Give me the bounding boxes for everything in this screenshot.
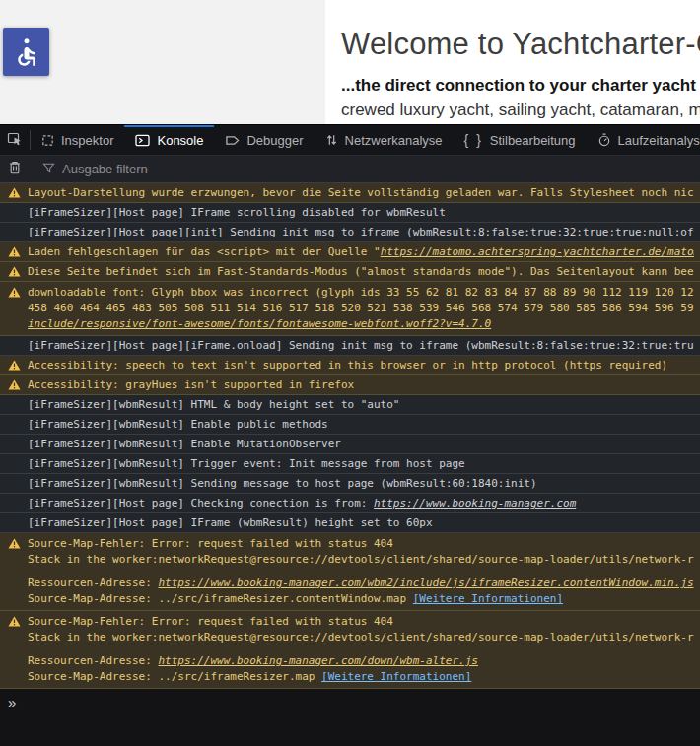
warning-icon bbox=[8, 538, 21, 549]
console-message-line: [iFrameSizer][wbmResult] Enable public m… bbox=[28, 415, 694, 434]
console-message-line: [iFrameSizer][Host page] IFrame scrollin… bbox=[28, 203, 694, 222]
tab-label: Debugger bbox=[246, 133, 303, 148]
warning-icon bbox=[8, 379, 21, 390]
console-message-line bbox=[28, 568, 694, 576]
console-message-line: [iFrameSizer][wbmResult] HTML & body hei… bbox=[28, 395, 694, 414]
console-text: Layout-Darstellung wurde erzwungen, bevo… bbox=[28, 186, 694, 199]
console-message-line: include/responsive/font-awesome/fonts/fo… bbox=[28, 316, 694, 332]
console-link[interactable]: https://matomo.achterspring-yachtcharter… bbox=[381, 245, 694, 258]
console-message: [iFrameSizer][wbmResult] Sending message… bbox=[0, 474, 700, 494]
tab-label: Stilbearbeitung bbox=[490, 133, 576, 148]
tab-inspektor[interactable]: Inspektor bbox=[31, 125, 124, 155]
tab-label: Inspektor bbox=[61, 133, 113, 148]
console-message-line: Laden fehlgeschlagen für das <script> mi… bbox=[28, 242, 694, 261]
console-text: Source-Map-Adresse: ../src/iframeResizer… bbox=[28, 670, 321, 683]
console-message-line: Diese Seite befindet sich im Fast-Standa… bbox=[28, 262, 694, 281]
console-message-line: [iFrameSizer][Host page][iFrame.onload] … bbox=[28, 336, 694, 355]
console-link[interactable]: https://www.booking-manager.com/down/wbm… bbox=[158, 654, 478, 667]
console-text: Source-Map-Fehler: Error: request failed… bbox=[28, 615, 393, 628]
console-text: [iFrameSizer][Host page] IFrame (wbmResu… bbox=[28, 516, 433, 529]
clear-console-button[interactable] bbox=[0, 161, 30, 177]
console-icon bbox=[135, 134, 150, 147]
debugger-icon bbox=[225, 134, 240, 147]
console-message: Source-Map-Fehler: Error: request failed… bbox=[0, 533, 700, 611]
console-message-line: Source-Map-Adresse: ../src/iframeResizer… bbox=[28, 669, 694, 685]
console-text: [iFrameSizer][wbmResult] HTML & body hei… bbox=[28, 398, 400, 411]
filter-icon bbox=[42, 162, 55, 177]
console-message-line: [iFrameSizer][Host page] Checking conect… bbox=[28, 494, 694, 512]
warning-icon bbox=[8, 616, 21, 627]
console-message: [iFrameSizer][Host page] IFrame scrollin… bbox=[0, 203, 700, 223]
tab-debugger[interactable]: Debugger bbox=[214, 125, 314, 155]
console-message-line bbox=[28, 645, 694, 653]
element-picker-button[interactable] bbox=[0, 125, 30, 155]
console-message-line: Stack in the worker:networkRequest@resou… bbox=[28, 552, 694, 568]
console-text: Source-Map-Adresse: ../src/iframeResizer… bbox=[28, 592, 413, 605]
console-message: Accessibility: grayHues isn't supported … bbox=[0, 375, 700, 395]
tab-netzwerkanalyse[interactable]: Netzwerkanalyse bbox=[315, 125, 454, 155]
console-message-line: Ressourcen-Adresse: https://www.booking-… bbox=[28, 576, 694, 591]
console-message: [iFrameSizer][Host page][iFrame.onload] … bbox=[0, 336, 700, 356]
console-message: Source-Map-Fehler: Error: request failed… bbox=[0, 611, 700, 689]
devtools-panel: InspektorKonsoleDebuggerNetzwerkanalyse{… bbox=[0, 124, 700, 746]
console-message: Laden fehlgeschlagen für das <script> mi… bbox=[0, 242, 700, 262]
console-link[interactable]: https://www.booking-manager.com bbox=[374, 497, 576, 509]
console-text: Accessibility: grayHues isn't supported … bbox=[28, 378, 354, 391]
console-message-line: Ressourcen-Adresse: https://www.booking-… bbox=[28, 653, 694, 669]
console-message-line: [iFrameSizer][wbmResult] Trigger event: … bbox=[28, 454, 694, 473]
console-message-line: 458 460 464 465 483 505 508 511 514 516 … bbox=[28, 301, 694, 316]
console-prompt-icon: » bbox=[8, 694, 16, 711]
console-toolbar: Ausgabe filtern bbox=[0, 155, 700, 183]
console-message: downloadable font: Glyph bbox was incorr… bbox=[0, 282, 700, 336]
devtools-tabs: InspektorKonsoleDebuggerNetzwerkanalyse{… bbox=[31, 125, 700, 155]
filter-input[interactable]: Ausgabe filtern bbox=[31, 162, 700, 177]
console-text: Stack in the worker:networkRequest@resou… bbox=[28, 631, 694, 644]
console-text: Ressourcen-Adresse: bbox=[28, 576, 158, 589]
console-message: [iFrameSizer][Host page] Checking conect… bbox=[0, 494, 700, 513]
filter-placeholder: Ausgabe filtern bbox=[62, 162, 148, 176]
console-message: [iFrameSizer][wbmResult] HTML & body hei… bbox=[0, 395, 700, 415]
console-message-line: Stack in the worker:networkRequest@resou… bbox=[28, 630, 694, 645]
console-message-line: [iFrameSizer][wbmResult] Sending message… bbox=[28, 474, 694, 493]
console-text: [iFrameSizer][wbmResult] Trigger event: … bbox=[28, 457, 465, 470]
tab-konsole[interactable]: Konsole bbox=[124, 125, 214, 155]
console-text: [iFrameSizer][Host page][init] Sending i… bbox=[28, 226, 694, 238]
console-message: [iFrameSizer][wbmResult] Enable Mutation… bbox=[0, 435, 700, 454]
console-text: Laden fehlgeschlagen für das <script> mi… bbox=[28, 245, 381, 258]
tab-label: Konsole bbox=[157, 133, 203, 148]
console-link[interactable]: include/responsive/font-awesome/fonts/fo… bbox=[28, 317, 491, 330]
console-text: [iFrameSizer][wbmResult] Enable Mutation… bbox=[28, 438, 341, 450]
accessibility-widget-button[interactable] bbox=[3, 28, 49, 76]
warning-icon bbox=[8, 246, 21, 257]
network-icon bbox=[325, 133, 338, 147]
console-message: Layout-Darstellung wurde erzwungen, bevo… bbox=[0, 183, 700, 203]
console-message-line: Source-Map-Fehler: Error: request failed… bbox=[28, 536, 694, 552]
console-message-line: downloadable font: Glyph bbox was incorr… bbox=[28, 285, 694, 301]
console-text: Accessibility: speech to text isn't supp… bbox=[28, 359, 667, 372]
console-message-line: Source-Map-Adresse: ../src/iframeResizer… bbox=[28, 591, 694, 607]
console-text: downloadable font: Glyph bbox was incorr… bbox=[28, 286, 694, 299]
console-message: Diese Seite befindet sich im Fast-Standa… bbox=[0, 262, 700, 282]
warning-icon bbox=[8, 287, 21, 298]
console-link[interactable]: https://www.booking-manager.com/wbm2/inc… bbox=[158, 576, 693, 589]
console-message: [iFrameSizer][Host page] IFrame (wbmResu… bbox=[0, 513, 700, 533]
console-input[interactable]: » bbox=[0, 689, 700, 711]
console-text: Source-Map-Fehler: Error: request failed… bbox=[28, 537, 393, 550]
console-message: [iFrameSizer][Host page][init] Sending i… bbox=[0, 223, 700, 242]
console-message: Accessibility: speech to text isn't supp… bbox=[0, 356, 700, 375]
console-message: [iFrameSizer][wbmResult] Trigger event: … bbox=[0, 454, 700, 474]
page-title: Welcome to Yachtcharter-Con bbox=[341, 27, 700, 62]
console-message-line: Accessibility: grayHues isn't supported … bbox=[28, 375, 694, 394]
wheelchair-icon bbox=[12, 37, 41, 67]
devtools-tabbar: InspektorKonsoleDebuggerNetzwerkanalyse{… bbox=[0, 125, 700, 155]
console-text: [iFrameSizer][Host page] IFrame scrollin… bbox=[28, 206, 446, 219]
console-text: Diese Seite befindet sich im Fast-Standa… bbox=[28, 265, 694, 278]
learn-more-link[interactable]: [Weitere Informationen] bbox=[413, 592, 563, 605]
style-icon: { } bbox=[464, 132, 483, 148]
learn-more-link[interactable]: [Weitere Informationen] bbox=[321, 670, 471, 683]
console-message-line: [iFrameSizer][Host page] IFrame (wbmResu… bbox=[28, 513, 694, 532]
tab-stilbearbeitung[interactable]: { }Stilbearbeitung bbox=[454, 125, 587, 155]
tab-laufzeitanalyse[interactable]: Laufzeitanalyse bbox=[587, 125, 700, 155]
console-text: 458 460 464 465 483 505 508 511 514 516 … bbox=[28, 302, 694, 314]
trash-icon bbox=[9, 161, 21, 177]
